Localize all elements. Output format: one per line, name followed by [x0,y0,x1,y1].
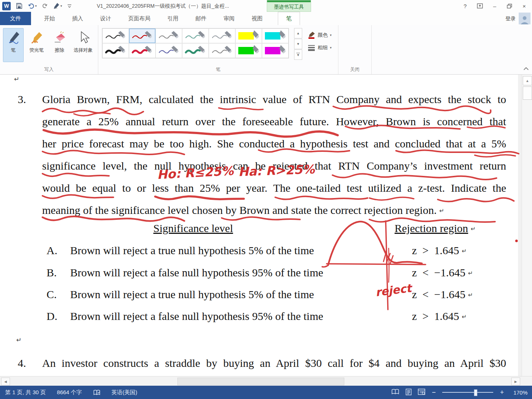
ribbon: 笔 荧光笔 擦除 选择对象 写入 ▲ ▼ ▼ [0,25,532,75]
language-indicator[interactable]: 英语(美国) [112,389,137,396]
pen-style-swatch[interactable] [156,43,182,58]
color-dropdown[interactable]: 颜色▾ [307,31,332,39]
tab-design[interactable]: 设计 [92,12,120,25]
eraser-tool-button[interactable]: 擦除 [50,28,69,62]
ink-pointer-icon[interactable]: ▾ [53,3,62,9]
ribbon-display-options-button[interactable] [474,1,486,11]
undo-icon[interactable]: ▾ [28,3,37,9]
zoom-in-button[interactable]: + [500,389,504,396]
document-canvas[interactable]: ↵ 3. Gloria Brown, FRM, calculated the i… [0,75,532,376]
document-title: V1_20220406_2205FRM一级模拟考试（一）题目_金程... [97,0,229,12]
restore-button[interactable] [503,1,516,11]
horizontal-scrollbar[interactable]: ◀ ▶ [0,376,532,386]
zoom-slider-thumb[interactable] [474,389,477,396]
tab-file[interactable]: 文件 [0,12,31,25]
zoom-level[interactable]: 170% [511,389,528,396]
question3-number: 3. [18,93,26,106]
option-letter: B. [47,266,57,279]
pen-tool-button[interactable]: 笔 [3,28,24,62]
pen-style-swatch[interactable] [129,28,156,43]
page-indicator[interactable]: 第 1 页, 共 30 页 [5,389,46,396]
pen-style-swatch[interactable] [235,43,262,58]
gallery-scroll-down-button[interactable]: ▼ [294,39,302,49]
gallery-scroll-up-button[interactable]: ▲ [294,28,302,38]
option-letter: A. [47,244,57,257]
word-window: W ▾ ▾ V1_20220406_2205FRM一级模拟考试（一）题目_金程.… [0,0,532,399]
question-line: generate a 25% annual return over the fo… [42,115,506,128]
collapse-ribbon-button[interactable] [523,65,529,72]
web-layout-icon[interactable] [418,389,425,396]
contextual-tab-header: 墨迹书写工具 [267,0,311,12]
customize-qat-icon[interactable] [67,4,72,8]
pen-style-swatch[interactable] [129,43,156,58]
minimize-button[interactable]: – [488,1,501,11]
ink-alt-hypothesis: Ha: R>25% [238,162,315,179]
pen-style-swatch[interactable] [182,43,209,58]
vertical-scrollbar[interactable]: ▲ [522,75,532,376]
pen-style-swatch[interactable] [262,43,289,58]
word-logo-icon[interactable]: W [2,2,11,10]
pen-style-swatch[interactable] [102,43,129,58]
ink-reject-label: reject [375,282,412,299]
tab-home[interactable]: 开始 [35,12,64,25]
pen-style-swatch[interactable] [235,28,262,43]
save-icon[interactable] [16,3,23,9]
scroll-left-button[interactable]: ◀ [1,378,10,385]
rejection-region-header: Rejection region↵ [395,222,476,235]
option-z-value: z < −1.645↵ [412,266,473,279]
gallery-more-button[interactable]: ▼ [294,50,302,60]
print-layout-icon[interactable] [405,389,412,396]
question4-number: 4. [18,357,26,369]
tab-pen-active[interactable]: 笔 [278,12,300,25]
option-text: Brown will reject a false null hypothesi… [70,310,323,323]
option-text: Brown will reject a true null hypothesis… [70,244,314,257]
question-line: Gloria Brown, FRM, calculated the intrin… [42,93,506,106]
select-objects-tool-button[interactable]: 选择对象 [70,28,96,62]
horizontal-scroll-thumb[interactable] [177,378,344,385]
scroll-up-button[interactable]: ▲ [523,76,532,85]
thickness-dropdown[interactable]: 粗细▾ [307,44,332,51]
tab-mailings[interactable]: 邮件 [187,12,215,25]
option-z-value: z > 1.645↵ [412,244,467,257]
option-z-value: z < −1.645↵ [412,288,473,301]
ink-stray-dot [515,240,518,242]
zoom-out-button[interactable]: − [432,389,436,396]
highlighter-tool-button[interactable]: 荧光笔 [25,28,48,62]
page-edge-shade [518,75,522,376]
question-line: meaning of the significance level chosen… [42,204,444,216]
window-controls: ? – × [459,0,531,12]
pen-style-swatch[interactable] [102,28,129,43]
tab-page-layout[interactable]: 页面布局 [120,12,159,25]
pen-style-swatch[interactable] [209,43,235,58]
proofing-icon[interactable] [93,389,100,396]
vertical-scroll-thumb[interactable] [523,86,532,100]
option-text: Brown will reject a false null hypothesi… [70,266,323,279]
redo-icon[interactable] [42,3,48,9]
paragraph-mark: ↵ [16,336,21,344]
sign-in-link[interactable]: 登录 [505,12,516,25]
tab-insert[interactable]: 插入 [64,12,92,25]
tab-review[interactable]: 审阅 [215,12,243,25]
zoom-slider[interactable] [442,392,493,393]
pen-style-swatch[interactable] [156,28,182,43]
avatar[interactable] [519,13,531,24]
read-mode-icon[interactable] [391,389,399,396]
tab-references[interactable]: 引用 [159,12,187,25]
scroll-right-button[interactable]: ▶ [511,378,520,385]
pen-style-swatch[interactable] [262,28,289,43]
option-z-value: z > 1.645↵ [412,310,467,323]
tab-view[interactable]: 视图 [243,12,271,25]
title-bar: W ▾ ▾ V1_20220406_2205FRM一级模拟考试（一）题目_金程.… [0,0,532,12]
group-label-pens: 笔 [98,66,338,73]
help-button[interactable]: ? [459,1,471,11]
question-line: her price forecast may be too high. She … [42,137,506,150]
pen-style-swatch[interactable] [209,28,235,43]
group-label-write: 写入 [0,66,98,73]
close-button[interactable]: × [518,1,531,11]
pen-style-swatch[interactable] [182,28,209,43]
option-text: Brown will reject a true null hypothesis… [70,288,314,301]
group-write: 笔 荧光笔 擦除 选择对象 写入 [0,25,98,74]
quick-access-toolbar: W ▾ ▾ [2,0,72,12]
word-count[interactable]: 8664 个字 [57,389,82,396]
option-letter: D. [47,310,57,323]
